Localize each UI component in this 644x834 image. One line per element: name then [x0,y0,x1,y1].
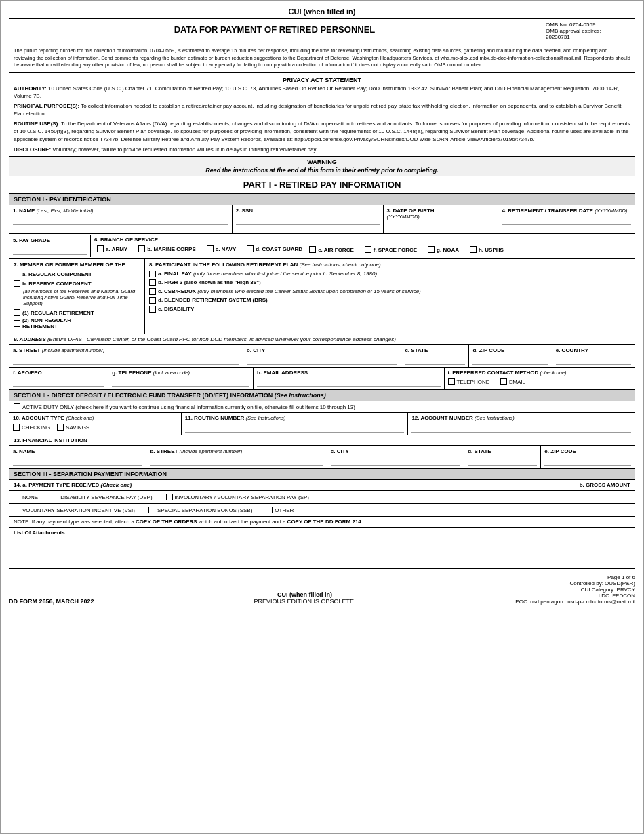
regular-retirement-checkbox[interactable] [14,309,20,316]
other-checkbox[interactable] [266,507,273,513]
reserve-component-row: b. RESERVE COMPONENT [14,280,140,287]
email-field: h. EMAIL ADDRESS [254,368,444,389]
regular-component-checkbox[interactable] [14,271,20,277]
branch-coastguard: d. COAST GUARD [247,245,302,252]
retirement-date-input[interactable] [502,216,631,225]
payment-note: NOTE: If any payment type was selected, … [9,517,635,528]
footer-cui-center: CUI (when filled in) PREVIOUS EDITION IS… [254,591,355,605]
email-input[interactable] [257,378,440,387]
city-input[interactable] [247,355,398,365]
ssb-option: SPECIAL SEPARATION BONUS (SSB) [148,507,252,513]
financial-fields-row: a. NAME b. STREET (Include apartment num… [9,446,635,469]
branch-army: a. ARMY [97,245,127,252]
fin-street-field: b. STREET (Include apartment number) [146,446,327,468]
privacy-disclosure: DISCLOSURE: Voluntary; however, failure … [14,146,630,153]
privacy-authority: AUTHORITY: 10 United States Code (U.S.C.… [14,85,630,100]
telephone-checkbox[interactable] [448,378,455,385]
disability-checkbox[interactable] [149,306,156,313]
branch-navy-checkbox[interactable] [207,245,214,252]
none-checkbox[interactable] [14,494,20,500]
cui-label: CUI (when filled in) [289,7,356,16]
reserve-sublabel: (all members of the Reserves and Nationa… [23,288,140,306]
cui-header: CUI (when filled in) [9,7,635,16]
name-input[interactable] [13,216,228,225]
branch-options-container: a. ARMY b. MARINE CORPS c. NAVY d. COAST… [94,243,631,256]
branch-service-field: 6. BRANCH OF SERVICE a. ARMY b. MARINE C… [91,234,635,258]
retirement-plan-label: 8. PARTICIPANT IN THE FOLLOWING RETIREME… [149,262,630,268]
branch-marine-checkbox[interactable] [138,245,145,252]
sep-section: 14. a. PAYMENT TYPE RECEIVED (Check one)… [9,480,635,569]
ssn-input[interactable] [236,216,380,225]
privacy-routine: ROUTINE USE(S): To the Department of Vet… [14,120,630,143]
main-title: DATA FOR PAYMENT OF RETIRED PERSONNEL [9,19,540,40]
disability-option: e. DISABILITY [149,306,630,313]
pay-grade-input[interactable] [13,245,87,255]
street-input[interactable] [13,355,239,365]
apo-field: f. APO/FPO [9,368,108,389]
brs-checkbox[interactable] [149,297,156,304]
section2-header: SECTION II - DIRECT DEPOSIT / ELECTRONIC… [9,390,635,401]
omb-date: 20230731 [546,34,629,40]
sp-checkbox[interactable] [166,494,173,500]
account-number-input[interactable] [411,423,631,433]
account-row: 10. ACCOUNT TYPE (Check one) CHECKING SA… [9,413,635,435]
branch-spaceforce-checkbox[interactable] [365,246,371,253]
fin-city-input[interactable] [331,456,460,466]
regular-component-row: a. REGULAR COMPONENT [14,271,140,277]
ssb-checkbox[interactable] [148,507,155,513]
section3-header: SECTION III - SEPARATION PAYMENT INFORMA… [9,469,635,480]
fin-state-input[interactable] [468,456,537,466]
name-row: 1. NAME (Last, First, Middle Initial) 2.… [9,205,635,234]
phone-input[interactable] [112,378,249,387]
high3-checkbox[interactable] [149,279,156,286]
routing-field: 11. ROUTING NUMBER (See Instructions) [182,413,409,435]
branch-airforce-checkbox[interactable] [309,246,316,253]
warning-box: WARNING Read the instructions at the end… [9,157,635,176]
vsi-option: VOLUNTARY SEPARATION INCENTIVE (VSI) [14,507,135,513]
warning-text: Read the instructions at the end of this… [14,167,630,174]
fin-street-input[interactable] [150,456,323,466]
branch-usphs-checkbox[interactable] [470,246,477,253]
branch-noaa-checkbox[interactable] [428,246,435,253]
other-option: OTHER [266,507,294,513]
omb-number: OMB No. 0704-0569 [546,22,629,28]
reserve-component-checkbox[interactable] [14,280,20,287]
branch-coastguard-checkbox[interactable] [247,245,254,252]
branch-army-checkbox[interactable] [97,245,104,252]
payment-options-row1: NONE DISABILITY SEVERANCE PAY (DSP) INVO… [9,491,635,504]
city-field: b. CITY [243,345,402,367]
attachments-field: List Of Attachments [9,528,635,568]
checking-checkbox[interactable] [13,424,20,431]
country-input[interactable] [556,355,631,365]
non-regular-retirement-checkbox[interactable] [14,320,20,327]
dob-input[interactable] [387,222,495,231]
footer-right-block: Page 1 of 6 Controlled by: OUSD(P&R) CUI… [515,574,635,605]
routing-input[interactable] [185,423,405,433]
csbredux-checkbox[interactable] [149,288,156,295]
branch-noaa: g. NOAA [428,245,459,254]
dob-field: 3. DATE OF BIRTH (YYYYMMDD) [384,205,499,233]
final-pay-checkbox[interactable] [149,271,156,277]
dsp-checkbox[interactable] [52,494,58,500]
fin-zip-input[interactable] [544,456,631,466]
active-duty-checkbox[interactable] [14,403,20,410]
zip-field: d. ZIP CODE [469,345,552,367]
email-checkbox[interactable] [500,378,507,385]
privacy-purpose: PRINCIPAL PURPOSE(S): To collect informa… [14,102,630,117]
active-duty-row: ACTIVE DUTY ONLY (check here if you want… [9,401,635,413]
branch-spaceforce: f. SPACE FORCE [365,245,417,254]
savings-checkbox[interactable] [57,424,64,431]
fin-name-input[interactable] [13,456,142,466]
zip-input[interactable] [472,355,548,365]
warning-title: WARNING [14,159,630,165]
state-input[interactable] [405,355,465,365]
vsi-checkbox[interactable] [14,507,20,513]
omb-approval: OMB approval expires: [546,28,629,34]
street-field: a. STREET (Include apartment number) [9,345,243,367]
account-number-field: 12. ACCOUNT NUMBER (See Instructions) [408,413,635,435]
checking-option: CHECKING [13,424,50,431]
apo-input[interactable] [13,378,104,387]
non-regular-retirement-row: (2) NON-REGULARRETIREMENT [14,317,140,330]
state-field: c. STATE [401,345,469,367]
regular-retirement-row: (1) REGULAR RETIREMENT [14,309,140,316]
